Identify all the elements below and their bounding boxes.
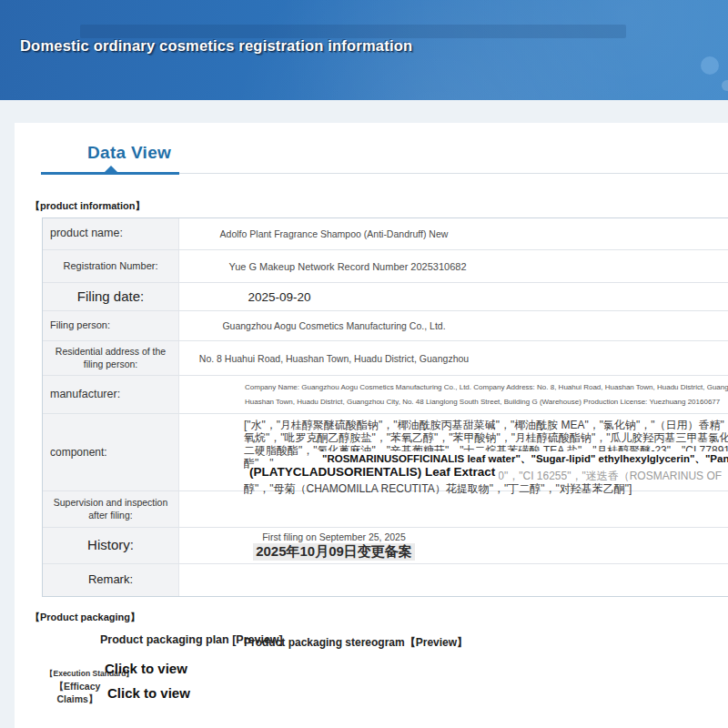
section-product-packaging: 【Product packaging】 — [30, 611, 140, 624]
component-ingredient-list: ["水"，"月桂醇聚醚硫酸酯钠"，"椰油酰胺丙基甜菜碱"，"椰油酰胺 MEA"，… — [244, 414, 728, 491]
table-row-product-name: product name: Adolfo Plant Fragrance Sha… — [43, 218, 728, 250]
table-row-component: component: ["水"，"月桂醇聚醚硫酸酯钠"，"椰油酰胺丙基甜菜碱"，… — [43, 414, 728, 491]
page-title: Domestic ordinary cosmetics registration… — [20, 37, 412, 55]
component-line: 氧烷"，"吡罗克酮乙醇胺盐"，"苯氧乙醇"，"苯甲酸钠"，"月桂醇硫酸酯钠"，"… — [244, 431, 728, 444]
table-row-residential-address: Residential address of the filing person… — [43, 341, 728, 376]
row-label: Remark: — [43, 564, 179, 596]
table-row-filing-date: Filing date: 2025-09-20 — [43, 283, 728, 311]
manufacturer-details: Company Name: Guangzhou Aogu Cosmetics M… — [245, 380, 728, 410]
product-info-table: product name: Adolfo Plant Fragrance Sha… — [42, 217, 728, 597]
table-row-manufacturer: manufacturer: Company Name: Guangzhou Ao… — [43, 376, 728, 414]
tab-data-view[interactable]: Data View — [87, 143, 171, 163]
decor-circle-icon — [701, 56, 719, 75]
efficacy-claims-click-to-view[interactable]: Click to view — [107, 685, 190, 701]
efficacy-claims-label: 【Efficacy Claims】 — [47, 680, 107, 705]
translation-overlay-text: (PLATYCLADUSORIENTALIS) Leaf Extract — [249, 464, 499, 480]
table-row-filing-person: Filing person: Guangzhou Aogu Cosmetics … — [43, 311, 728, 341]
row-label: Supervision and inspection after filing: — [43, 491, 179, 527]
row-label: product name: — [43, 218, 179, 249]
header-ghost-band — [80, 25, 626, 38]
execution-standard-click-to-view[interactable]: Click to view — [105, 661, 187, 676]
row-value: Yue G Makeup Network Record Number 20253… — [179, 261, 516, 272]
content-card: Data View 【product information】 product … — [15, 123, 728, 728]
table-row-registration-number: Registration Number: Yue G Makeup Networ… — [43, 250, 728, 283]
section-product-information: 【product information】 — [30, 199, 146, 213]
row-value: 2025-09-20 — [179, 290, 379, 304]
active-tab-arrow-icon — [105, 166, 117, 172]
row-label: component: — [43, 414, 179, 490]
row-label: Filing date: — [43, 283, 179, 310]
row-label: Registration Number: — [43, 250, 179, 282]
history-first-filing: First filing on September 25, 2025 — [262, 531, 406, 542]
row-label: Residential address of the filing person… — [43, 341, 179, 375]
row-value: Adolfo Plant Fragrance Shampoo (Anti-Dan… — [179, 228, 489, 239]
table-row-history: History: First filing on September 25, 2… — [43, 528, 728, 564]
decor-circle-small-icon — [722, 80, 728, 91]
history-value: First filing on September 25, 2025 2025年… — [179, 531, 489, 561]
packaging-stereogram-preview-link[interactable]: Product packaging stereogram【Preview】 — [244, 635, 468, 651]
active-tab-underline — [41, 172, 179, 175]
component-line: ["水"，"月桂醇聚醚硫酸酯钠"，"椰油酰胺丙基甜菜碱"，"椰油酰胺 MEA"，… — [244, 419, 728, 431]
row-label: History: — [43, 528, 179, 563]
row-label: manufacturer: — [43, 376, 179, 413]
row-label: Filing person: — [43, 311, 179, 340]
row-value: No. 8 Huahui Road, Huashan Town, Huadu D… — [179, 353, 489, 364]
table-row-supervision: Supervision and inspection after filing: — [43, 491, 728, 528]
table-row-remark: Remark: — [43, 564, 728, 596]
page-header-banner: Domestic ordinary cosmetics registration… — [0, 0, 728, 100]
history-update-overlay: 2025年10月09日变更备案 — [253, 543, 415, 561]
row-value: Guangzhou Aogu Cosmetics Manufacturing C… — [179, 320, 489, 331]
